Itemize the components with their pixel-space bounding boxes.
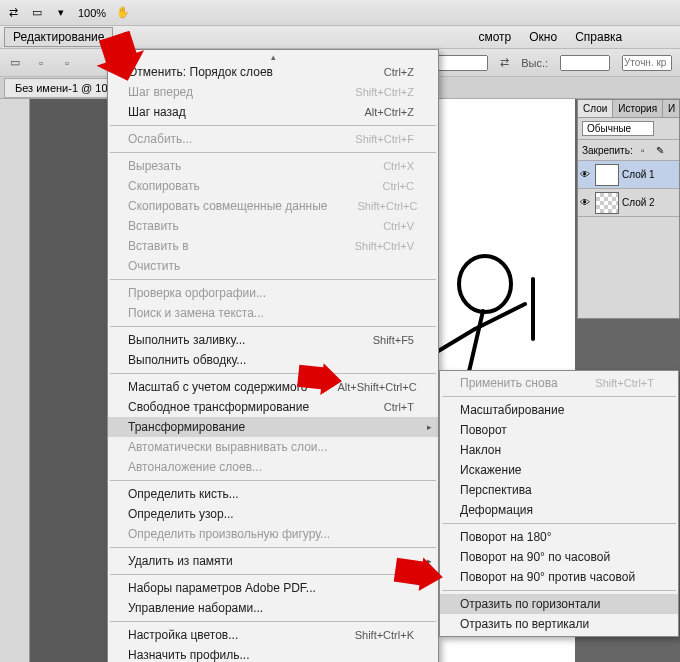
- menu-item[interactable]: Поворот на 90° по часовой: [440, 547, 678, 567]
- menu-item: Ослабить...Shift+Ctrl+F: [108, 129, 438, 149]
- menu-item-shortcut: Ctrl+Z: [384, 66, 414, 78]
- menu-item-label: Масштабирование: [460, 403, 564, 417]
- tab-layers[interactable]: Слои: [578, 100, 613, 117]
- hand-icon[interactable]: ✋: [116, 6, 130, 20]
- menu-item[interactable]: Искажение: [440, 460, 678, 480]
- visibility-icon[interactable]: 👁: [580, 197, 592, 209]
- menu-item-shortcut: Alt+Ctrl+Z: [364, 106, 414, 118]
- menu-item-label: Выполнить обводку...: [128, 353, 246, 367]
- layer-row-1[interactable]: 👁 Слой 1: [578, 161, 679, 189]
- menu-icon[interactable]: ▾: [54, 6, 68, 20]
- menu-item-label: Скопировать: [128, 179, 200, 193]
- menu-item[interactable]: Трансформирование: [108, 417, 438, 437]
- tab-history[interactable]: История: [613, 100, 663, 117]
- layers-panel: Слои История И Обычные Закрепить: ▫ ✎ 👁 …: [577, 99, 680, 319]
- panel-tabs: Слои История И: [578, 100, 679, 118]
- menu-item-shortcut: Ctrl+T: [384, 401, 414, 413]
- menu-item[interactable]: Масштабирование: [440, 400, 678, 420]
- screen-icon[interactable]: ▭: [30, 6, 44, 20]
- menu-item[interactable]: Определить кисть...: [108, 484, 438, 504]
- menu-item-label: Проверка орфографии...: [128, 286, 266, 300]
- menu-item-shortcut: Ctrl+V: [383, 220, 414, 232]
- opt-icon1[interactable]: ▫: [34, 56, 48, 70]
- menu-item[interactable]: Выполнить заливку...Shift+F5: [108, 330, 438, 350]
- toolbox[interactable]: [0, 99, 30, 662]
- lock-row: Закрепить: ▫ ✎: [578, 140, 679, 161]
- menu-item-label: Отразить по горизонтали: [460, 597, 600, 611]
- height-label: Выс.:: [521, 57, 548, 69]
- swap-wh-icon[interactable]: ⇄: [500, 56, 509, 69]
- menu-item[interactable]: Настройка цветов...Shift+Ctrl+K: [108, 625, 438, 645]
- menu-item[interactable]: Свободное трансформированиеCtrl+T: [108, 397, 438, 417]
- svg-marker-9: [393, 557, 445, 594]
- menu-view[interactable]: смотр: [469, 27, 520, 47]
- svg-marker-7: [95, 30, 145, 85]
- menu-item: Очистить: [108, 256, 438, 276]
- zoom-percent[interactable]: 100%: [78, 7, 106, 19]
- menu-item-shortcut: Ctrl+X: [383, 160, 414, 172]
- menu-separator: [442, 523, 676, 524]
- menu-item-shortcut: Shift+Ctrl+F: [355, 133, 414, 145]
- menu-item[interactable]: Назначить профиль...: [108, 645, 438, 662]
- menu-window[interactable]: Окно: [520, 27, 566, 47]
- menu-item-label: Поворот на 90° против часовой: [460, 570, 635, 584]
- menu-separator: [110, 279, 436, 280]
- menu-item[interactable]: Удалить из памяти: [108, 551, 438, 571]
- menu-item: Вставить вShift+Ctrl+V: [108, 236, 438, 256]
- scroll-up-icon[interactable]: ▴: [108, 52, 438, 62]
- menu-item-label: Трансформирование: [128, 420, 245, 434]
- menu-item-shortcut: Shift+Ctrl+C: [358, 200, 418, 212]
- menu-item[interactable]: Наклон: [440, 440, 678, 460]
- menu-item-label: Вставить в: [128, 239, 189, 253]
- menu-item[interactable]: Шаг назадAlt+Ctrl+Z: [108, 102, 438, 122]
- menu-item[interactable]: Отразить по вертикали: [440, 614, 678, 634]
- height-input[interactable]: [560, 55, 610, 71]
- menu-item-label: Деформация: [460, 503, 533, 517]
- swap-icon[interactable]: ⇄: [6, 6, 20, 20]
- menu-separator: [110, 480, 436, 481]
- menu-separator: [442, 590, 676, 591]
- width-input[interactable]: [438, 55, 488, 71]
- menu-item-label: Шаг вперед: [128, 85, 193, 99]
- layer-row-2[interactable]: 👁 Слой 2: [578, 189, 679, 217]
- menu-item[interactable]: Перспектива: [440, 480, 678, 500]
- menu-item-label: Перспектива: [460, 483, 532, 497]
- menu-item[interactable]: Определить узор...: [108, 504, 438, 524]
- tab-other[interactable]: И: [663, 100, 680, 117]
- tool-preset-icon[interactable]: ▭: [8, 56, 22, 70]
- menu-item-label: Масштаб с учетом содержимого: [128, 380, 308, 394]
- opt-icon2[interactable]: ▫: [60, 56, 74, 70]
- menu-item-label: Шаг назад: [128, 105, 186, 119]
- resolution-input[interactable]: [622, 55, 672, 71]
- menu-item-label: Отменить: Порядок слоев: [128, 65, 273, 79]
- lock-pixels-icon[interactable]: ▫: [636, 143, 650, 157]
- menu-item-shortcut: Shift+Ctrl+V: [355, 240, 414, 252]
- menu-item-shortcut: Shift+F5: [373, 334, 414, 346]
- svg-point-0: [459, 256, 511, 312]
- menu-item[interactable]: Управление наборами...: [108, 598, 438, 618]
- menu-item[interactable]: Масштаб с учетом содержимогоAlt+Shift+Ct…: [108, 377, 438, 397]
- lock-paint-icon[interactable]: ✎: [653, 143, 667, 157]
- menu-item-shortcut: Shift+Ctrl+Z: [355, 86, 414, 98]
- visibility-icon[interactable]: 👁: [580, 169, 592, 181]
- menu-item[interactable]: Поворот на 180°: [440, 527, 678, 547]
- menu-item-label: Управление наборами...: [128, 601, 263, 615]
- menu-item: Поиск и замена текста...: [108, 303, 438, 323]
- menu-item[interactable]: Отменить: Порядок слоевCtrl+Z: [108, 62, 438, 82]
- menu-item[interactable]: Наборы параметров Adobe PDF...: [108, 578, 438, 598]
- layer-name: Слой 2: [622, 197, 655, 208]
- menu-item-shortcut: Alt+Shift+Ctrl+C: [338, 381, 417, 393]
- menu-item: Шаг впередShift+Ctrl+Z: [108, 82, 438, 102]
- menu-separator: [110, 373, 436, 374]
- menu-item[interactable]: Поворот на 90° против часовой: [440, 567, 678, 587]
- menu-item[interactable]: Отразить по горизонтали: [440, 594, 678, 614]
- blend-mode-select[interactable]: Обычные: [582, 121, 654, 136]
- menu-item[interactable]: Деформация: [440, 500, 678, 520]
- menu-item-label: Вставить: [128, 219, 179, 233]
- menu-item-label: Свободное трансформирование: [128, 400, 309, 414]
- svg-marker-8: [296, 363, 343, 397]
- menu-help[interactable]: Справка: [566, 27, 631, 47]
- menu-separator: [110, 547, 436, 548]
- menu-item[interactable]: Поворот: [440, 420, 678, 440]
- menu-item[interactable]: Выполнить обводку...: [108, 350, 438, 370]
